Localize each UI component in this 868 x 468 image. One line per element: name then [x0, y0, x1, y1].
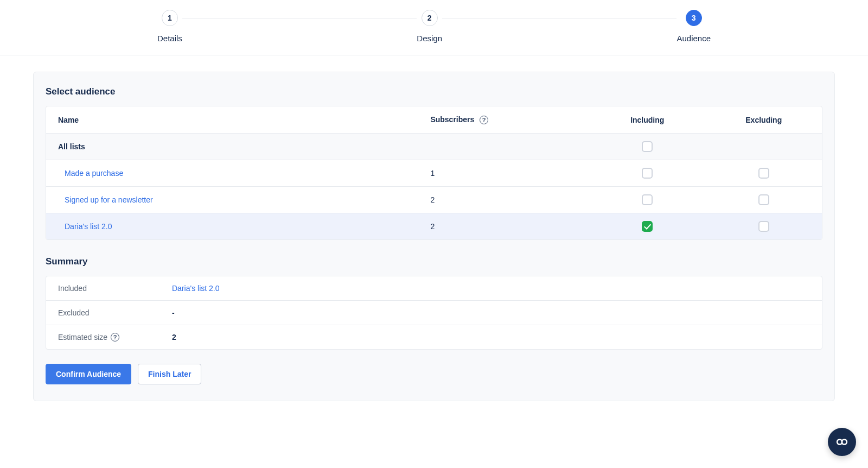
col-including: Including	[589, 106, 706, 134]
summary-included-link[interactable]: Daria's list 2.0	[172, 284, 219, 293]
exclude-checkbox[interactable]	[758, 221, 769, 232]
summary-estimated-label: Estimated size ?	[58, 333, 172, 341]
step-details[interactable]: 1 Details	[157, 10, 182, 43]
actions-row: Confirm Audience Finish Later	[46, 364, 822, 384]
list-subscribers: 2	[418, 213, 589, 240]
all-lists-row: All lists	[46, 134, 822, 160]
all-lists-include-checkbox[interactable]	[642, 141, 653, 152]
table-header-row: Name Subscribers ? Including Excluding	[46, 106, 822, 134]
audience-card: Select audience Name Subscribers ? Inclu…	[33, 72, 835, 401]
summary-title: Summary	[34, 256, 834, 267]
list-subscribers: 1	[418, 160, 589, 187]
step-circle-3: 3	[686, 10, 702, 26]
step-label-audience: Audience	[676, 34, 711, 43]
include-checkbox[interactable]	[642, 194, 653, 205]
include-checkbox[interactable]	[642, 221, 653, 232]
step-audience[interactable]: 3 Audience	[676, 10, 711, 43]
confirm-audience-button[interactable]: Confirm Audience	[46, 364, 131, 384]
summary-excluded-label: Excluded	[58, 308, 172, 317]
finish-later-button[interactable]: Finish Later	[138, 364, 201, 384]
step-design[interactable]: 2 Design	[417, 10, 442, 43]
step-circle-2: 2	[422, 10, 438, 26]
list-row: Made a purchase1	[46, 160, 822, 187]
audience-table: Name Subscribers ? Including Excluding A…	[46, 106, 822, 240]
stepper-line-2	[442, 18, 694, 18]
stepper: 1 Details 2 Design 3 Audience	[0, 0, 868, 55]
list-row: Daria's list 2.02	[46, 213, 822, 240]
step-label-details: Details	[157, 34, 182, 43]
exclude-checkbox[interactable]	[758, 168, 769, 179]
list-subscribers: 2	[418, 187, 589, 213]
summary-included-row: Included Daria's list 2.0	[46, 276, 822, 301]
col-subscribers: Subscribers ?	[418, 106, 589, 134]
list-name-link[interactable]: Signed up for a newsletter	[65, 195, 153, 204]
list-row: Signed up for a newsletter2	[46, 187, 822, 213]
summary-included-label: Included	[58, 284, 172, 293]
content-area: Select audience Name Subscribers ? Inclu…	[0, 55, 868, 423]
help-icon[interactable]: ?	[480, 116, 488, 124]
stepper-line-1	[174, 18, 426, 18]
list-name-link[interactable]: Made a purchase	[65, 169, 123, 178]
summary-excluded-value: -	[172, 308, 175, 317]
exclude-checkbox[interactable]	[758, 194, 769, 205]
col-excluding: Excluding	[705, 106, 822, 134]
step-label-design: Design	[417, 34, 442, 43]
select-audience-title: Select audience	[34, 86, 834, 97]
all-lists-label: All lists	[46, 134, 418, 160]
list-name-link[interactable]: Daria's list 2.0	[65, 222, 112, 231]
summary-table: Included Daria's list 2.0 Excluded - Est…	[46, 276, 822, 350]
include-checkbox[interactable]	[642, 168, 653, 179]
step-circle-1: 1	[162, 10, 178, 26]
summary-estimated-value: 2	[172, 333, 176, 341]
summary-estimated-row: Estimated size ? 2	[46, 325, 822, 349]
summary-excluded-row: Excluded -	[46, 301, 822, 325]
col-name: Name	[46, 106, 418, 134]
help-icon[interactable]: ?	[111, 333, 119, 341]
